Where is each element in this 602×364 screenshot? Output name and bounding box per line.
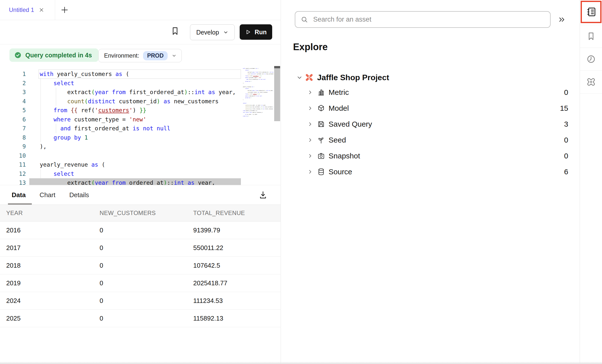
tree-item-count: 15: [560, 104, 568, 112]
search-input[interactable]: [313, 15, 545, 24]
code-line[interactable]: yearly_revenue as (: [29, 160, 241, 169]
code-line[interactable]: select: [29, 79, 241, 88]
tab-untitled-1[interactable]: Untitled 1: [0, 0, 55, 20]
editor-minimap[interactable]: with yearly_customers as ( select extrac…: [243, 68, 274, 183]
table-cell: 2017: [6, 239, 21, 256]
line-number-gutter: 12345678910111213: [0, 70, 26, 185]
snapshot-icon: [317, 152, 325, 160]
tab-data[interactable]: Data: [12, 191, 26, 199]
run-label: Run: [255, 29, 267, 36]
rail-catalog-button[interactable]: [581, 1, 602, 23]
tree-item-metric[interactable]: Metric0: [281, 84, 580, 100]
rail-history-button[interactable]: [580, 48, 602, 71]
close-tab-icon[interactable]: [38, 7, 44, 13]
chevron-down-icon[interactable]: [296, 74, 303, 81]
chevron-right-icon[interactable]: [307, 137, 313, 143]
table-row[interactable]: 20170550011.22: [0, 239, 281, 257]
line-number: 9: [0, 142, 26, 151]
editor-tab-bar: Untitled 1: [0, 0, 281, 20]
rail-dbt-button[interactable]: [580, 71, 602, 93]
explore-heading: Explore: [293, 42, 328, 52]
chevron-right-icon[interactable]: [307, 105, 313, 111]
table-row[interactable]: 2016091399.79: [0, 221, 281, 239]
tree-item-saved-query[interactable]: Saved Query3: [281, 116, 580, 132]
tree-item-project[interactable]: Jaffle Shop Project: [281, 71, 580, 84]
column-header: TOTAL_REVENUE: [193, 205, 245, 221]
line-number: 13: [0, 178, 26, 185]
chevron-right-icon[interactable]: [307, 169, 313, 175]
table-cell: 2018: [6, 257, 21, 274]
column-header: NEW_CUSTOMERS: [100, 205, 156, 221]
tree-item-model[interactable]: Model15: [281, 100, 580, 116]
table-cell: 91399.79: [193, 221, 220, 239]
right-icon-rail: [580, 0, 602, 364]
saved-query-icon: [317, 120, 325, 128]
tree-item-label: Saved Query: [329, 120, 372, 128]
sql-code-editor[interactable]: 12345678910111213 with yearly_customers …: [0, 66, 281, 185]
source-icon: [317, 168, 325, 176]
code-line[interactable]: select: [29, 169, 241, 179]
chevron-right-icon[interactable]: [307, 89, 313, 95]
table-row[interactable]: 201902025418.77: [0, 274, 281, 292]
editor-scrollbar-thumb[interactable]: [274, 68, 280, 121]
tree-item-count: 0: [564, 88, 568, 97]
tree-item-label: Snapshot: [329, 152, 360, 160]
table-cell: 0: [100, 274, 103, 292]
editor-panel: Untitled 1 Develop: [0, 0, 281, 364]
query-status-badge: Query completed in 4s: [9, 48, 98, 62]
code-line[interactable]: extract(year from first_ordered_at)::int…: [29, 88, 241, 97]
table-cell: 2025: [6, 310, 21, 327]
line-number: 4: [0, 97, 26, 106]
line-number: 2: [0, 79, 26, 88]
develop-dropdown-button[interactable]: Develop: [190, 24, 235, 40]
code-line[interactable]: group by 1: [29, 133, 241, 142]
code-line[interactable]: ),: [29, 142, 241, 151]
history-clock-icon: [586, 54, 596, 64]
results-section: Data Chart Details YEARNEW_CUSTOMERSTOTA…: [0, 185, 281, 364]
code-line[interactable]: where customer_type = 'new': [29, 115, 241, 124]
code-line[interactable]: with yearly_customers as (: [38, 70, 241, 79]
explore-panel: Explore Jaffle Shop Project Metric0Model…: [281, 0, 580, 364]
line-number: 7: [0, 124, 26, 133]
chevron-right-icon[interactable]: [307, 153, 313, 159]
tab-chart[interactable]: Chart: [39, 191, 55, 199]
chevron-right-icon[interactable]: [307, 121, 313, 127]
run-button[interactable]: Run: [240, 24, 272, 40]
line-number: 6: [0, 115, 26, 124]
editor-scrollbar-top[interactable]: [274, 66, 280, 68]
tab-details[interactable]: Details: [69, 191, 89, 199]
tab-label: Untitled 1: [9, 6, 34, 13]
code-line[interactable]: count(distinct customer_id) as new_custo…: [29, 97, 241, 106]
rail-bookmarks-button[interactable]: [580, 25, 602, 48]
bookmark-icon[interactable]: [170, 26, 180, 36]
table-row[interactable]: 20250115892.13: [0, 310, 281, 327]
tree-item-count: 0: [564, 136, 568, 144]
environment-selector[interactable]: Environment: PROD: [98, 49, 182, 62]
search-icon: [301, 16, 308, 23]
collapse-panel-icon[interactable]: [558, 15, 566, 24]
code-line[interactable]: extract(year from ordered_at)::int as ye…: [29, 178, 241, 185]
table-row[interactable]: 20240111234.53: [0, 292, 281, 310]
metric-icon: [317, 88, 325, 96]
bookmark-icon: [586, 32, 596, 41]
query-status-text: Query completed in 4s: [25, 52, 92, 59]
table-row[interactable]: 20180107642.5: [0, 257, 281, 274]
table-cell: 107642.5: [193, 257, 220, 274]
new-tab-button[interactable]: [55, 0, 74, 20]
code-line[interactable]: and first_ordered_at is not null: [29, 124, 241, 133]
tree-item-label: Source: [329, 168, 352, 176]
code-line[interactable]: [29, 151, 241, 160]
download-icon[interactable]: [258, 190, 268, 200]
catalog-notebook-icon: [586, 6, 597, 17]
tree-item-label: Model: [329, 104, 349, 112]
line-number: 12: [0, 169, 26, 179]
code-line[interactable]: from {{ ref('customers') }}: [29, 106, 241, 115]
tree-item-seed[interactable]: Seed0: [281, 132, 580, 148]
tree-item-source[interactable]: Source6: [281, 164, 580, 180]
table-cell: 2025418.77: [193, 274, 227, 292]
tree-item-snapshot[interactable]: Snapshot0: [281, 148, 580, 164]
asset-search-box[interactable]: [295, 11, 551, 28]
query-status-row: Query completed in 4s Environment: PROD: [0, 44, 281, 66]
tree-item-count: 0: [564, 152, 568, 160]
table-cell: 2019: [6, 274, 21, 292]
